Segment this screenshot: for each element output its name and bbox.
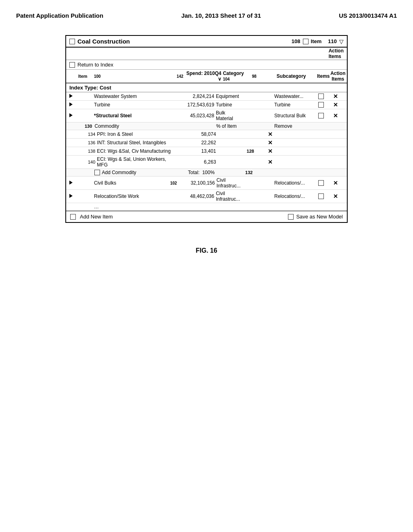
- row-name-civil-bulks: Civil Bulks: [94, 180, 169, 186]
- expand-structural[interactable]: [69, 113, 77, 118]
- save-checkbox[interactable]: [288, 214, 294, 220]
- col-subcategory: Subcategory: [277, 73, 317, 79]
- save-label: Save as New Model: [296, 214, 343, 220]
- row-name-wastewater: Wastewater System: [94, 94, 169, 99]
- table-row: Turbine 172,543,619 Turbine Turbine ✕: [66, 101, 347, 109]
- row-cat-commodity: % of Item: [216, 123, 244, 129]
- add-commodity-checkbox[interactable]: [94, 170, 100, 175]
- add-item-checkbox[interactable]: [70, 214, 76, 220]
- spend-chevron[interactable]: ∨: [218, 76, 221, 82]
- row-action-turbine[interactable]: ✕: [327, 102, 344, 108]
- row-cat-turbine: Turbine: [216, 102, 243, 108]
- row-cat-structural: Bulk Material: [216, 110, 243, 121]
- table-row-civil-bulks: Civil Bulks 102 32,100,156 Civil Infrast…: [66, 177, 347, 190]
- row-action-civil-bulks[interactable]: ✕: [327, 180, 344, 186]
- fig-label: FIG. 16: [0, 247, 413, 254]
- return-checkbox[interactable]: [69, 62, 75, 68]
- row-num-int: 136: [88, 140, 95, 145]
- ellipsis-label: …: [94, 204, 169, 210]
- panel-checkbox[interactable]: [69, 39, 75, 44]
- col-item-num: Item: [78, 74, 92, 79]
- row-spend-structural: 45,023,428: [178, 113, 214, 118]
- row-pct-eci-union: ✕: [256, 159, 273, 165]
- col-items: Items: [319, 73, 328, 79]
- chevron-icon[interactable]: ▽: [339, 38, 344, 45]
- bottom-row: Add New Item Save as New Model: [66, 211, 347, 222]
- col-action: ActionItems: [330, 71, 346, 82]
- row-spend-add-commodity: Total: 100%: [178, 170, 215, 175]
- table-row-commodity: 130 Commodity % of Item Remove: [66, 123, 347, 130]
- table-row-ellipsis: …: [66, 203, 347, 211]
- row-action-wastewater[interactable]: ✕: [327, 93, 344, 100]
- row-action-relocation[interactable]: ✕: [327, 193, 344, 200]
- index-type-row: Index Type: Cost: [66, 83, 347, 92]
- annotation-128: 128: [247, 149, 254, 154]
- row-cat-wastewater: Equipment: [216, 94, 243, 99]
- item-checkbox[interactable]: [303, 39, 309, 44]
- col-spend: Spend: 2010Q4 ∨: [185, 71, 221, 82]
- row-spend-relocation: 48,462,036: [178, 193, 214, 199]
- table-row: Wastewater System 2,824,214 Equipment Wa…: [66, 92, 347, 101]
- num-108: 108: [292, 38, 300, 44]
- row-spend-civil-bulks: 32,100,156: [179, 180, 215, 186]
- table-row-relocation: Relocation/Site Work 48,462,036 Civil In…: [66, 190, 347, 203]
- table-row-add-commodity: Add Commodity Total: 100% 132: [66, 169, 347, 177]
- row-pct-eci-wgs: ✕: [256, 148, 273, 154]
- header-left: Patent Application Publication: [16, 12, 103, 19]
- main-content: Coal Construction 108 Item 110 ▽ ActionI…: [0, 23, 413, 235]
- row-name-add-commodity: Add Commodity: [94, 170, 169, 175]
- row-cat-civil-bulks: Civil Infrastruc...: [217, 177, 244, 189]
- row-action-structural[interactable]: ✕: [327, 112, 344, 119]
- header-nums: 108 Item 110 ▽: [292, 38, 344, 45]
- header-right: US 2013/0013474 A1: [339, 12, 397, 19]
- panel-top-bar: Coal Construction 108 Item 110 ▽: [66, 36, 347, 48]
- save-section: Save as New Model: [288, 214, 343, 220]
- table-row-int: 136 INT: Structural Steel, Intangibles 2…: [66, 139, 347, 147]
- row-spend-turbine: 172,543,619: [178, 102, 214, 108]
- row-itembox-relocation[interactable]: [316, 193, 326, 199]
- row-name-commodity: Commodity: [94, 123, 169, 129]
- item-label: Item: [311, 38, 322, 44]
- col-category: Category 104: [223, 71, 250, 82]
- row-itembox-structural[interactable]: [316, 113, 326, 118]
- expand-relocation[interactable]: [69, 193, 77, 199]
- row-pct-ppi: ✕: [256, 131, 273, 137]
- table-row-ppi: 134 PPI: Iron & Steel 58,074 ✕: [66, 130, 347, 139]
- panel-title: Coal Construction: [77, 38, 130, 45]
- row-num-eci-wgs: 138: [88, 149, 95, 154]
- return-row: Return to Index: [66, 60, 347, 70]
- header-center: Jan. 10, 2013 Sheet 17 of 31: [181, 12, 261, 19]
- expand-turbine[interactable]: [69, 102, 77, 108]
- num-142-label: 142: [177, 74, 184, 79]
- row-itembox-civil-bulks[interactable]: [316, 180, 326, 186]
- row-name-structural: *Structural Steel: [94, 113, 169, 118]
- annotation-132: 132: [245, 170, 254, 175]
- row-name-relocation: Relocation/Site Work: [94, 193, 169, 199]
- row-cat-relocation: Civil Infrastruc...: [216, 191, 243, 202]
- row-subcat-turbine: Turbine: [274, 102, 315, 108]
- action-items-label: ActionItems: [329, 48, 344, 59]
- row-num-commodity: 130: [85, 124, 93, 129]
- row-spend-eci-wgs: 13,401: [180, 148, 216, 154]
- row-subcat-wastewater: Wastewater...: [274, 94, 315, 99]
- row-name-int: INT: Structural Steel, Intangibles: [97, 140, 171, 145]
- row-subcat-structural: Structural Bulk: [274, 113, 315, 118]
- row-pct-int: ✕: [256, 139, 273, 146]
- page-header: Patent Application Publication Jan. 10, …: [0, 0, 413, 23]
- row-itembox-wastewater[interactable]: [316, 94, 326, 99]
- num-110: 110: [328, 38, 337, 44]
- table-row: *Structural Steel 45,023,428 Bulk Materi…: [66, 109, 347, 123]
- return-label: Return to Index: [77, 62, 113, 68]
- num-104-label: 104: [223, 77, 230, 81]
- column-headers: Item 100 142 Spend: 2010Q4 ∨ Category 10…: [66, 70, 347, 83]
- expand-wastewater[interactable]: [69, 94, 77, 99]
- row-itembox-turbine[interactable]: [316, 102, 326, 108]
- ui-panel: Coal Construction 108 Item 110 ▽ ActionI…: [65, 35, 348, 223]
- add-new-item-label: Add New Item: [80, 214, 113, 220]
- data-section: Wastewater System 2,824,214 Equipment Wa…: [66, 92, 347, 211]
- action-items-header: ActionItems: [66, 48, 347, 60]
- row-subcat-civil-bulks: Relocations/...: [274, 180, 315, 186]
- row-num-eci-union: 140: [88, 160, 95, 164]
- row-spend-wastewater: 2,824,214: [178, 94, 214, 99]
- expand-civil-bulks[interactable]: [69, 180, 77, 186]
